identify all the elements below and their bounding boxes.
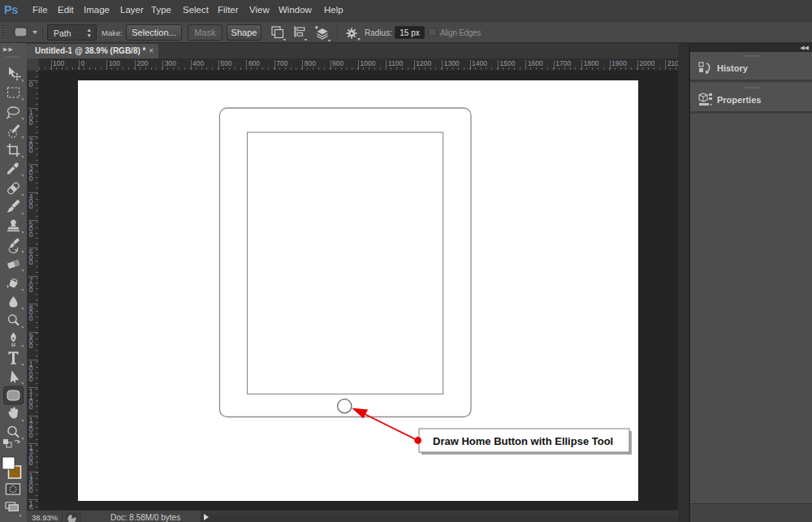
svg-text:Draw Home Button with Ellipse: Draw Home Button with Ellipse Tool	[433, 435, 613, 447]
